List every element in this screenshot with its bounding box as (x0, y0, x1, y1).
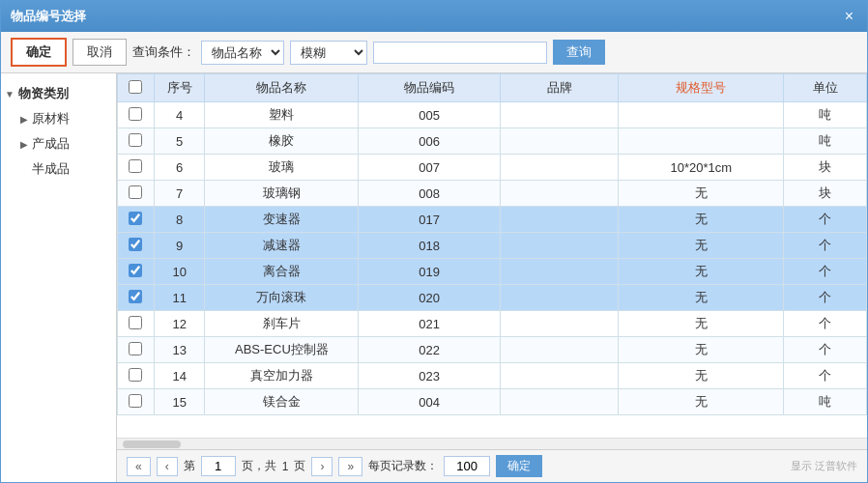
sidebar-root-label: 物资类别 (18, 85, 69, 102)
table-row[interactable]: 13ABS-ECU控制器022无个 (118, 337, 867, 363)
row-checkbox[interactable] (129, 342, 142, 355)
prev-page-button[interactable]: ‹ (157, 457, 178, 476)
row-code: 004 (359, 389, 501, 415)
row-name: 真空加力器 (205, 363, 359, 389)
row-num: 12 (154, 311, 205, 337)
row-code: 019 (359, 259, 501, 285)
th-spec: 规格型号 (619, 74, 784, 102)
row-unit: 个 (784, 311, 867, 337)
th-unit: 单位 (784, 74, 867, 102)
tree-arrow-icon: ▶ (20, 114, 28, 125)
row-spec (619, 128, 784, 155)
row-unit: 个 (784, 285, 867, 311)
row-checkbox[interactable] (129, 212, 142, 225)
row-code: 007 (359, 155, 501, 181)
horizontal-scrollbar[interactable] (117, 438, 867, 449)
tree-arrow-icon2: ▶ (20, 139, 28, 150)
th-num: 序号 (154, 74, 205, 102)
row-code: 017 (359, 207, 501, 233)
row-checkbox[interactable] (129, 159, 142, 173)
sidebar-item-label2: 产成品 (32, 135, 70, 153)
sidebar-item-root[interactable]: ▼ 物资类别 (1, 81, 116, 106)
row-code: 005 (359, 102, 501, 128)
th-brand: 品牌 (501, 74, 619, 102)
row-checkbox[interactable] (129, 316, 142, 329)
row-brand (501, 207, 619, 233)
close-button[interactable]: × (841, 7, 857, 26)
footer-confirm-button[interactable]: 确定 (496, 455, 542, 477)
row-spec: 无 (619, 207, 784, 233)
table-row[interactable]: 8变速器017无个 (118, 207, 867, 233)
last-page-button[interactable]: » (338, 457, 362, 476)
row-name: 玻璃钢 (205, 181, 359, 207)
row-num: 11 (154, 285, 205, 311)
row-brand (501, 389, 619, 415)
query-condition-label: 查询条件： (132, 43, 195, 61)
row-unit: 个 (784, 363, 867, 389)
items-table: 序号 物品名称 物品编码 品牌 规格型号 单位 4塑料005吨5橡胶006吨6玻… (117, 73, 867, 415)
next-page-button[interactable]: › (311, 457, 333, 476)
sidebar: ▼ 物资类别 ▶ 原材料 ▶ 产成品 半成品 (1, 73, 117, 482)
sidebar-item-semi-product[interactable]: 半成品 (1, 156, 116, 182)
row-checkbox[interactable] (129, 133, 142, 147)
tree-expand-icon: ▼ (5, 89, 14, 99)
row-code: 008 (359, 181, 501, 207)
cancel-button[interactable]: 取消 (72, 39, 127, 66)
row-checkbox[interactable] (129, 238, 142, 251)
row-name: ABS-ECU控制器 (205, 337, 359, 363)
sidebar-item-finished-product[interactable]: ▶ 产成品 (1, 131, 116, 156)
row-checkbox[interactable] (129, 107, 142, 121)
row-unit: 块 (784, 181, 867, 207)
row-name: 塑料 (205, 102, 359, 128)
page-unit-label: 页 (294, 458, 305, 474)
main-content: 序号 物品名称 物品编码 品牌 规格型号 单位 4塑料005吨5橡胶006吨6玻… (117, 73, 867, 482)
table-row[interactable]: 9减速器018无个 (118, 233, 867, 259)
table-row[interactable]: 11万向滚珠020无个 (118, 285, 867, 311)
row-brand (501, 155, 619, 181)
match-select[interactable]: 模糊 精确 (290, 41, 367, 65)
row-num: 13 (154, 337, 205, 363)
records-per-page-input[interactable] (444, 456, 490, 476)
select-all-checkbox[interactable] (129, 80, 142, 94)
row-unit: 个 (784, 207, 867, 233)
table-row[interactable]: 15镁合金004无吨 (118, 389, 867, 415)
table-row[interactable]: 7玻璃钢008无块 (118, 181, 867, 207)
page-prefix-label: 第 (184, 458, 195, 474)
row-checkbox[interactable] (129, 185, 142, 199)
confirm-button[interactable]: 确定 (11, 38, 67, 67)
table-row[interactable]: 4塑料005吨 (118, 102, 867, 128)
search-input[interactable] (373, 42, 547, 64)
field-select[interactable]: 物品名称 物品编码 品牌 (201, 41, 284, 65)
row-brand (501, 128, 619, 155)
th-name: 物品名称 (205, 74, 359, 102)
sidebar-item-raw-material[interactable]: ▶ 原材料 (1, 106, 116, 131)
row-brand (501, 363, 619, 389)
row-spec: 无 (619, 363, 784, 389)
table-row[interactable]: 10离合器019无个 (118, 259, 867, 285)
row-name: 减速器 (205, 233, 359, 259)
row-num: 9 (154, 233, 205, 259)
row-checkbox[interactable] (129, 264, 142, 277)
title-bar: 物品编号选择 × (1, 1, 867, 32)
table-row[interactable]: 14真空加力器023无个 (118, 363, 867, 389)
row-num: 5 (154, 128, 205, 155)
row-spec: 无 (619, 181, 784, 207)
dialog: 物品编号选择 × 确定 取消 查询条件： 物品名称 物品编码 品牌 模糊 精确 … (0, 0, 868, 483)
row-checkbox[interactable] (129, 290, 142, 303)
row-num: 8 (154, 207, 205, 233)
table-row[interactable]: 5橡胶006吨 (118, 128, 867, 155)
row-unit: 个 (784, 233, 867, 259)
sidebar-item-label: 原材料 (32, 110, 70, 128)
row-spec: 无 (619, 389, 784, 415)
search-button[interactable]: 查询 (553, 40, 605, 65)
row-brand (501, 259, 619, 285)
page-input[interactable] (201, 456, 236, 476)
row-checkbox[interactable] (129, 394, 142, 408)
table-row[interactable]: 12刹车片021无个 (118, 311, 867, 337)
watermark: 显示 泛普软件 (791, 459, 857, 473)
row-num: 15 (154, 389, 205, 415)
row-unit: 吨 (784, 128, 867, 155)
row-checkbox[interactable] (129, 368, 142, 382)
first-page-button[interactable]: « (127, 457, 151, 476)
table-row[interactable]: 6玻璃00710*20*1cm块 (118, 155, 867, 181)
